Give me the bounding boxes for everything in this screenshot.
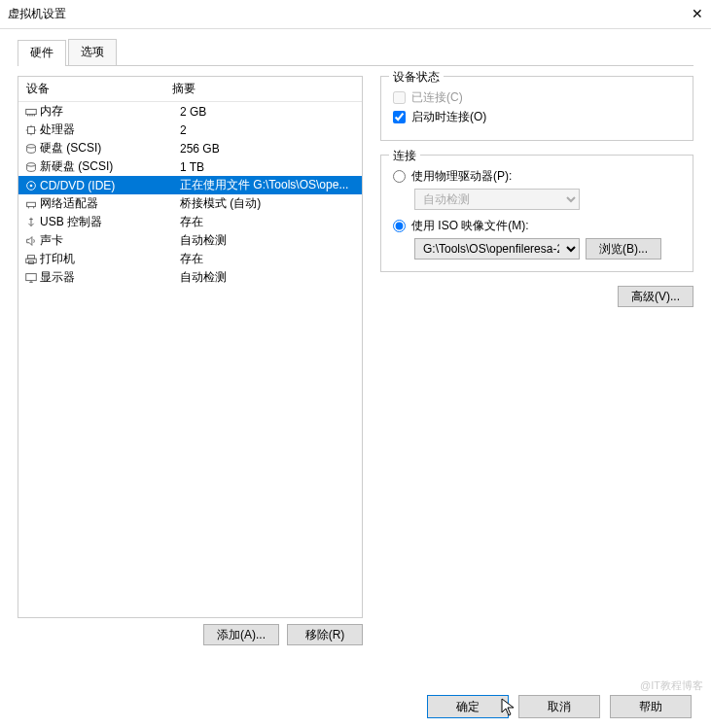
tab-hardware[interactable]: 硬件 <box>18 40 66 66</box>
list-item[interactable]: 内存 2 GB <box>18 102 362 121</box>
list-item[interactable]: 声卡 自动检测 <box>18 231 362 250</box>
connected-checkbox <box>393 91 406 104</box>
svg-rect-0 <box>26 109 37 114</box>
device-status-legend: 设备状态 <box>389 69 444 86</box>
cd-icon <box>22 179 40 192</box>
svg-point-5 <box>30 184 33 187</box>
cpu-icon <box>22 123 40 137</box>
list-item[interactable]: 显示器 自动检测 <box>18 268 362 287</box>
add-button[interactable]: 添加(A)... <box>203 624 279 645</box>
list-item[interactable]: USB 控制器 存在 <box>18 213 362 231</box>
cancel-button[interactable]: 取消 <box>518 695 600 718</box>
list-item[interactable]: 网络适配器 桥接模式 (自动) <box>18 194 362 213</box>
svg-point-2 <box>27 144 36 148</box>
svg-point-3 <box>27 162 36 166</box>
list-item[interactable]: 处理器 2 <box>18 121 362 139</box>
tab-options[interactable]: 选项 <box>68 39 117 65</box>
svg-rect-6 <box>27 202 36 206</box>
usb-icon <box>22 216 40 229</box>
dialog-footer: 确定 取消 帮助 <box>427 695 692 718</box>
window-title: 虚拟机设置 <box>8 6 66 22</box>
memory-icon <box>22 105 40 119</box>
disk-icon <box>22 160 40 174</box>
use-iso-radio[interactable] <box>393 220 406 232</box>
disk-icon <box>22 142 40 156</box>
connected-checkbox-row: 已连接(C) <box>393 89 681 106</box>
list-header: 设备 摘要 <box>18 77 362 102</box>
use-iso-radio-row[interactable]: 使用 ISO 映像文件(M): <box>393 218 681 234</box>
close-icon[interactable]: ✕ <box>692 6 703 21</box>
ok-button[interactable]: 确定 <box>427 695 509 718</box>
header-summary: 摘要 <box>172 81 354 97</box>
titlebar: 虚拟机设置 ✕ <box>0 0 711 29</box>
tab-strip: 硬件 选项 <box>18 39 693 66</box>
header-device: 设备 <box>26 81 172 97</box>
remove-button[interactable]: 移除(R) <box>287 624 363 645</box>
printer-icon <box>22 253 40 266</box>
list-item[interactable]: 打印机 存在 <box>18 250 362 268</box>
physical-drive-dropdown: 自动检测 <box>414 189 580 210</box>
connect-poweron-checkbox-row[interactable]: 启动时连接(O) <box>393 109 681 125</box>
device-list[interactable]: 设备 摘要 内存 2 GB 处理器 2 硬盘 (SCSI) 256 GB 新硬盘… <box>18 76 363 618</box>
advanced-button[interactable]: 高级(V)... <box>618 286 693 307</box>
iso-path-dropdown[interactable]: G:\Tools\OS\openfileresa-2. <box>414 238 580 260</box>
list-item[interactable]: CD/DVD (IDE) 正在使用文件 G:\Tools\OS\ope... <box>18 176 362 194</box>
sound-icon <box>22 234 40 248</box>
network-icon <box>22 197 40 211</box>
connection-group: 连接 使用物理驱动器(P): 自动检测 使用 ISO 映像文件(M): G:\T… <box>380 155 693 272</box>
use-physical-radio[interactable] <box>393 170 406 183</box>
connection-legend: 连接 <box>389 148 420 164</box>
svg-rect-10 <box>26 273 37 280</box>
device-status-group: 设备状态 已连接(C) 启动时连接(O) <box>380 76 693 141</box>
help-button[interactable]: 帮助 <box>610 695 692 718</box>
connect-poweron-checkbox[interactable] <box>393 111 406 123</box>
list-item[interactable]: 新硬盘 (SCSI) 1 TB <box>18 157 362 176</box>
svg-rect-7 <box>28 255 35 259</box>
watermark: @IT教程博客 <box>640 678 703 693</box>
svg-rect-1 <box>28 126 35 133</box>
display-icon <box>22 271 40 285</box>
use-physical-radio-row[interactable]: 使用物理驱动器(P): <box>393 168 681 185</box>
list-item[interactable]: 硬盘 (SCSI) 256 GB <box>18 139 362 157</box>
browse-button[interactable]: 浏览(B)... <box>586 238 661 260</box>
